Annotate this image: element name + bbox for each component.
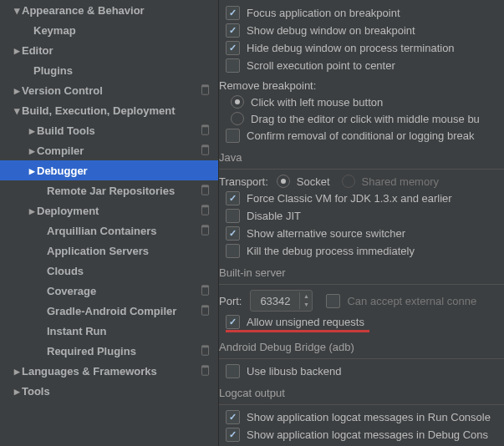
top-checkbox-3[interactable] bbox=[226, 58, 240, 73]
tree-item-remote-jar-repositories[interactable]: Remote Jar Repositories bbox=[0, 180, 218, 200]
transport-socket-label: Socket bbox=[297, 175, 330, 188]
settings-tree: ▾Appearance & BehaviorKeymap▸EditorPlugi… bbox=[0, 0, 219, 446]
svg-rect-7 bbox=[201, 185, 208, 187]
tree-item-label: Arquillian Containers bbox=[47, 225, 200, 237]
project-badge-icon bbox=[200, 124, 211, 135]
tree-item-build-tools[interactable]: ▸Build Tools bbox=[0, 120, 218, 140]
tree-item-label: Build, Execution, Deployment bbox=[22, 104, 211, 117]
tree-item-debugger[interactable]: ▸Debugger bbox=[0, 160, 218, 180]
tree-item-keymap[interactable]: Keymap bbox=[0, 20, 218, 40]
tree-item-label: Tools bbox=[22, 385, 211, 398]
tree-item-arquillian-containers[interactable]: Arquillian Containers bbox=[0, 220, 218, 241]
top-label-0: Focus application on breakpoint bbox=[247, 7, 400, 19]
tree-item-label: Appearance & Behavior bbox=[22, 4, 211, 17]
project-badge-icon bbox=[200, 225, 211, 236]
tree-item-label: Compiler bbox=[37, 144, 200, 157]
logcat-label-1: Show application logcat messages in Debu… bbox=[247, 428, 488, 441]
transport-shared-label: Shared memory bbox=[362, 175, 439, 188]
libusb-checkbox[interactable] bbox=[226, 364, 240, 378]
project-badge-icon bbox=[200, 305, 211, 316]
remove-bp-label-1: Drag to the editor or click with middle … bbox=[251, 113, 480, 125]
logcat-section-title: Logcat output bbox=[219, 387, 504, 405]
tree-item-label: Coverage bbox=[47, 285, 200, 297]
highlight-underline bbox=[226, 330, 369, 332]
tree-item-label: Required Plugins bbox=[47, 345, 200, 357]
svg-rect-13 bbox=[201, 286, 208, 287]
project-badge bbox=[200, 365, 211, 377]
tree-item-version-control[interactable]: ▸Version Control bbox=[0, 80, 218, 100]
chevron-icon: ▸ bbox=[27, 144, 37, 157]
tree-item-label: Plugins bbox=[33, 64, 211, 77]
tree-item-deployment[interactable]: ▸Deployment bbox=[0, 200, 218, 220]
svg-rect-9 bbox=[201, 205, 208, 207]
tree-item-compiler[interactable]: ▸Compiler bbox=[0, 140, 218, 160]
logcat-label-0: Show application logcat messages in Run … bbox=[247, 411, 491, 423]
tree-item-label: Languages & Frameworks bbox=[22, 365, 200, 378]
logcat-checkbox-0[interactable] bbox=[226, 410, 240, 424]
logcat-checkbox-1[interactable] bbox=[226, 428, 240, 442]
settings-content: Focus application on breakpointShow debu… bbox=[219, 0, 504, 446]
project-badge-icon bbox=[200, 185, 211, 195]
top-label-3: Scroll execution point to center bbox=[247, 59, 395, 72]
tree-item-label: Gradle-Android Compiler bbox=[47, 305, 200, 317]
tree-item-label: Clouds bbox=[47, 265, 211, 277]
java-checkbox-2[interactable] bbox=[226, 226, 240, 241]
remove-bp-radio-0[interactable] bbox=[231, 95, 244, 109]
project-badge-icon bbox=[200, 205, 211, 215]
chevron-icon: ▸ bbox=[12, 385, 22, 398]
project-badge bbox=[200, 305, 211, 317]
tree-item-editor[interactable]: ▸Editor bbox=[0, 40, 218, 60]
top-checkbox-2[interactable] bbox=[226, 41, 240, 55]
can-accept-checkbox[interactable] bbox=[326, 294, 340, 308]
java-checkbox-3[interactable] bbox=[226, 244, 240, 258]
tree-item-required-plugins[interactable]: Required Plugins bbox=[0, 341, 218, 361]
java-section-title: Java bbox=[219, 151, 504, 170]
chevron-icon: ▸ bbox=[12, 84, 22, 97]
chevron-icon: ▸ bbox=[27, 165, 37, 177]
port-spinner[interactable]: ▲▼ bbox=[250, 290, 313, 312]
svg-rect-3 bbox=[201, 125, 208, 127]
top-label-1: Show debug window on breakpoint bbox=[247, 24, 415, 37]
tree-item-coverage[interactable]: Coverage bbox=[0, 281, 218, 301]
remove-bp-label-0: Click with left mouse button bbox=[251, 96, 383, 109]
top-checkbox-0[interactable] bbox=[226, 6, 240, 20]
tree-item-label: Deployment bbox=[37, 205, 200, 217]
project-badge bbox=[200, 205, 211, 216]
port-down-icon[interactable]: ▼ bbox=[300, 301, 312, 309]
allow-unsigned-checkbox[interactable] bbox=[226, 315, 240, 329]
svg-rect-11 bbox=[201, 226, 208, 227]
tree-item-gradle-android-compiler[interactable]: Gradle-Android Compiler bbox=[0, 301, 218, 321]
tree-item-application-servers[interactable]: Application Servers bbox=[0, 241, 218, 261]
chevron-icon: ▾ bbox=[12, 4, 22, 17]
confirm-removal-label: Confirm removal of conditional or loggin… bbox=[247, 129, 474, 142]
project-badge-icon bbox=[200, 285, 211, 296]
confirm-removal-checkbox[interactable] bbox=[226, 129, 240, 143]
project-badge bbox=[200, 225, 211, 236]
tree-item-plugins[interactable]: Plugins bbox=[0, 60, 218, 80]
chevron-icon: ▾ bbox=[12, 104, 22, 117]
tree-item-label: Editor bbox=[22, 44, 211, 57]
tree-item-label: Build Tools bbox=[37, 124, 200, 137]
project-badge-icon bbox=[200, 144, 211, 155]
java-checkbox-0[interactable] bbox=[226, 191, 240, 205]
transport-socket-radio[interactable] bbox=[277, 175, 290, 188]
top-checkbox-1[interactable] bbox=[226, 23, 240, 38]
tree-item-languages-frameworks[interactable]: ▸Languages & Frameworks bbox=[0, 361, 218, 381]
tree-item-label: Version Control bbox=[22, 84, 200, 97]
java-label-1: Disable JIT bbox=[247, 210, 301, 222]
tree-item-clouds[interactable]: Clouds bbox=[0, 261, 218, 281]
port-label: Port: bbox=[219, 295, 242, 307]
tree-item-tools[interactable]: ▸Tools bbox=[0, 381, 218, 401]
chevron-icon: ▸ bbox=[12, 44, 22, 57]
top-label-2: Hide debug window on process termination bbox=[247, 42, 455, 54]
remove-bp-radio-1[interactable] bbox=[231, 112, 244, 125]
tree-item-instant-run[interactable]: Instant Run bbox=[0, 321, 218, 341]
tree-item-appearance-behavior[interactable]: ▾Appearance & Behavior bbox=[0, 0, 218, 20]
svg-rect-17 bbox=[201, 346, 208, 347]
svg-rect-19 bbox=[201, 366, 208, 367]
port-up-icon[interactable]: ▲ bbox=[300, 292, 312, 301]
java-checkbox-1[interactable] bbox=[226, 209, 240, 223]
project-badge-icon bbox=[200, 84, 211, 95]
port-input[interactable] bbox=[251, 294, 299, 308]
tree-item-build-execution-deployment[interactable]: ▾Build, Execution, Deployment bbox=[0, 100, 218, 120]
